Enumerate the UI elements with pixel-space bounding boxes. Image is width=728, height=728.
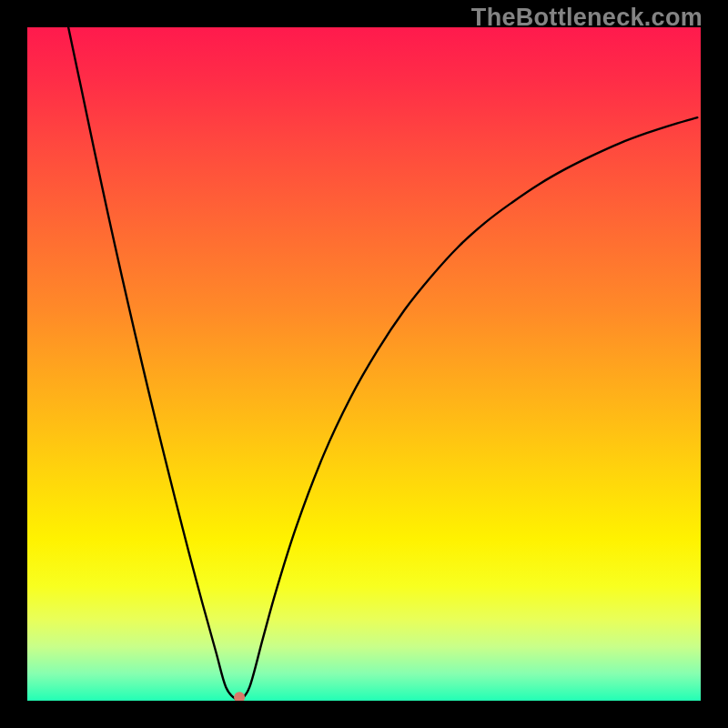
bottleneck-curve xyxy=(68,27,697,701)
chart-frame: TheBottleneck.com xyxy=(0,0,728,728)
minimum-marker xyxy=(234,692,245,701)
plot-area xyxy=(27,27,701,701)
curve-svg xyxy=(27,27,701,701)
